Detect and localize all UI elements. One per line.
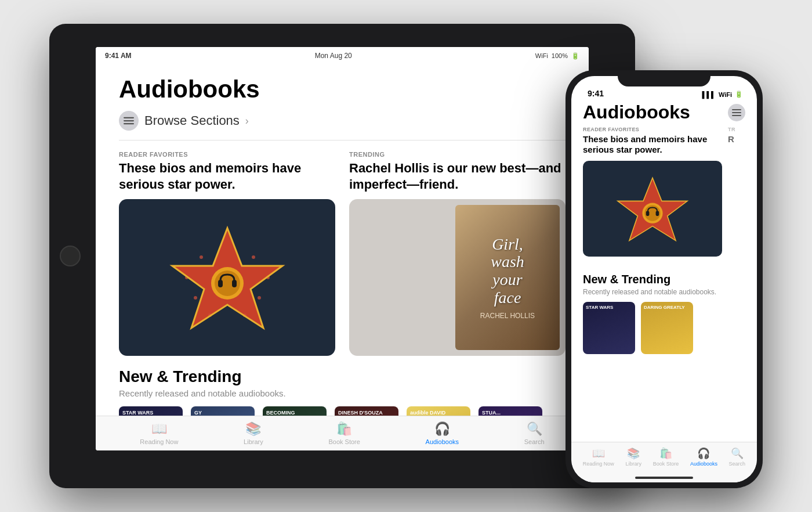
trending-category: TRENDING	[349, 151, 566, 158]
svg-rect-0	[124, 117, 134, 118]
tab-label: Library	[626, 461, 642, 467]
audiobooks-icon: 🎧	[434, 421, 450, 437]
iphone-new-trending-subtitle: Recently released and notable audiobooks…	[583, 288, 745, 296]
signal-icon: ▌▌▌	[702, 91, 715, 98]
star-image	[119, 199, 335, 356]
book-cover-title: Girl,washyourface	[491, 236, 524, 307]
new-trending-title: New & Trending	[119, 367, 566, 386]
library-icon: 📚	[245, 421, 261, 437]
card-category: READER FAVORITES	[119, 151, 335, 158]
browse-sections-row[interactable]: Browse Sections ›	[119, 111, 566, 131]
book-item[interactable]: STAR WARS	[119, 406, 183, 416]
book-label: GY	[191, 406, 255, 416]
book-item[interactable]: BECOMING SUPERNATURAL	[263, 406, 327, 416]
book-label: BECOMING SUPERNATURAL	[263, 406, 327, 416]
iphone-cards-row: READER FAVORITES These bios and memoirs …	[583, 127, 745, 266]
ipad-screen: 9:41 AM Mon Aug 20 WiFi 100% 🔋 Audiobook…	[96, 47, 589, 450]
iphone-screen: 9:41 ▌▌▌ WiFi 🔋 Audiobooks	[571, 76, 757, 482]
book-item[interactable]: DINESH D'SOUZA	[335, 406, 398, 416]
trending-image-bg: Girl,washyourface RACHEL HOLLIS	[349, 199, 566, 356]
star-svg	[169, 222, 285, 333]
audiobooks-icon: 🎧	[697, 447, 710, 460]
iphone-device: 9:41 ▌▌▌ WiFi 🔋 Audiobooks	[566, 70, 763, 488]
book-item[interactable]: audible DAVID	[407, 406, 470, 416]
card-image	[119, 199, 335, 356]
tab-label: Reading Now	[583, 461, 614, 467]
iphone-status-icons: ▌▌▌ WiFi 🔋	[702, 91, 743, 98]
ipad-status-icons: WiFi 100% 🔋	[535, 52, 579, 60]
tab-label: Audiobooks	[426, 438, 459, 445]
browse-sections-icon	[119, 111, 139, 131]
book-item[interactable]: STUA...	[478, 406, 542, 416]
iphone-card-category: READER FAVORITES	[583, 127, 722, 132]
new-trending-section: New & Trending Recently released and not…	[119, 367, 566, 416]
battery-icon: 🔋	[735, 91, 743, 98]
iphone-card-image	[583, 161, 722, 257]
wifi-icon: WiFi	[535, 52, 548, 59]
reader-favorites-card[interactable]: READER FAVORITES These bios and memoirs …	[119, 151, 335, 356]
tab-label: Audiobooks	[690, 461, 717, 467]
iphone-notch	[618, 70, 710, 86]
ipad-time: 9:41 AM	[105, 52, 132, 60]
iphone-main-content: Audiobooks READER FAVORITES These bios a…	[571, 102, 757, 442]
svg-point-9	[258, 296, 261, 300]
iphone-time: 9:41	[588, 89, 604, 98]
svg-rect-18	[732, 112, 741, 113]
book-item[interactable]: GY	[191, 406, 255, 416]
book-label: STAR WARS	[119, 406, 183, 416]
svg-rect-23	[646, 211, 650, 216]
svg-point-5	[252, 255, 255, 259]
iphone-reader-favorites-card[interactable]: READER FAVORITES These bios and memoirs …	[583, 127, 722, 266]
book-label: audible DAVID	[407, 406, 470, 416]
divider	[119, 140, 566, 140]
iphone-tab-search[interactable]: 🔍 Search	[729, 447, 746, 467]
book-label: STUA...	[478, 406, 542, 416]
tab-label: Search	[729, 461, 746, 467]
svg-rect-15	[232, 280, 237, 287]
reading-now-icon: 📖	[592, 447, 605, 460]
battery-icon: 100%	[552, 52, 568, 59]
browse-sections-label: Browse Sections	[144, 113, 240, 128]
book-cover: Girl,washyourface RACHEL HOLLIS	[455, 205, 560, 350]
reading-now-icon: 📖	[151, 421, 167, 437]
iphone-trending-partial: TR R	[728, 127, 745, 266]
tab-library[interactable]: 📚 Library	[244, 421, 263, 445]
tab-label: Library	[244, 438, 263, 445]
svg-rect-24	[656, 211, 659, 216]
svg-rect-19	[732, 115, 741, 116]
book-label: STAR WARS	[583, 302, 635, 313]
new-trending-subtitle: Recently released and notable audiobooks…	[119, 388, 566, 398]
svg-rect-1	[124, 120, 134, 121]
iphone-menu-icon[interactable]	[728, 104, 745, 121]
book-store-icon: 🛍️	[336, 421, 352, 437]
trending-card-image: Girl,washyourface RACHEL HOLLIS	[349, 199, 566, 356]
svg-rect-14	[218, 280, 223, 287]
iphone-book-partial	[699, 302, 716, 354]
tab-audiobooks[interactable]: 🎧 Audiobooks	[426, 421, 459, 445]
svg-point-8	[194, 296, 197, 300]
iphone-trending-category: TR	[728, 127, 745, 132]
cards-row: READER FAVORITES These bios and memoirs …	[119, 151, 566, 356]
iphone-tab-library[interactable]: 📚 Library	[626, 447, 642, 467]
battery-indicator: 🔋	[571, 52, 579, 60]
iphone-home-indicator	[635, 477, 693, 479]
tab-reading-now[interactable]: 📖 Reading Now	[140, 421, 178, 445]
trending-card[interactable]: TRENDING Rachel Hollis is our new best—a…	[349, 151, 566, 356]
ipad-home-button[interactable]	[60, 246, 81, 266]
search-icon: 🔍	[527, 421, 542, 437]
iphone-card-title: These bios and memoirs have serious star…	[583, 134, 722, 155]
tab-search[interactable]: 🔍 Search	[524, 421, 545, 445]
chevron-right-icon: ›	[245, 115, 249, 127]
svg-point-4	[200, 255, 203, 259]
iphone-tab-audiobooks[interactable]: 🎧 Audiobooks	[690, 447, 717, 467]
iphone-book-item[interactable]: DARING GREATLY	[641, 302, 693, 354]
iphone-tab-reading-now[interactable]: 📖 Reading Now	[583, 447, 614, 467]
ipad-main-content: Audiobooks Browse Sections › REA	[96, 64, 589, 416]
wifi-icon: WiFi	[719, 91, 732, 98]
iphone-header: Audiobooks	[583, 102, 745, 123]
tab-book-store[interactable]: 🛍️ Book Store	[328, 421, 360, 445]
iphone-tab-book-store[interactable]: 🛍️ Book Store	[653, 447, 679, 467]
ipad-device: 9:41 AM Mon Aug 20 WiFi 100% 🔋 Audiobook…	[49, 24, 635, 488]
iphone-book-item[interactable]: STAR WARS	[583, 302, 635, 354]
books-row: STAR WARS GY BECOMING SUPERNATURAL DINES…	[119, 406, 566, 416]
